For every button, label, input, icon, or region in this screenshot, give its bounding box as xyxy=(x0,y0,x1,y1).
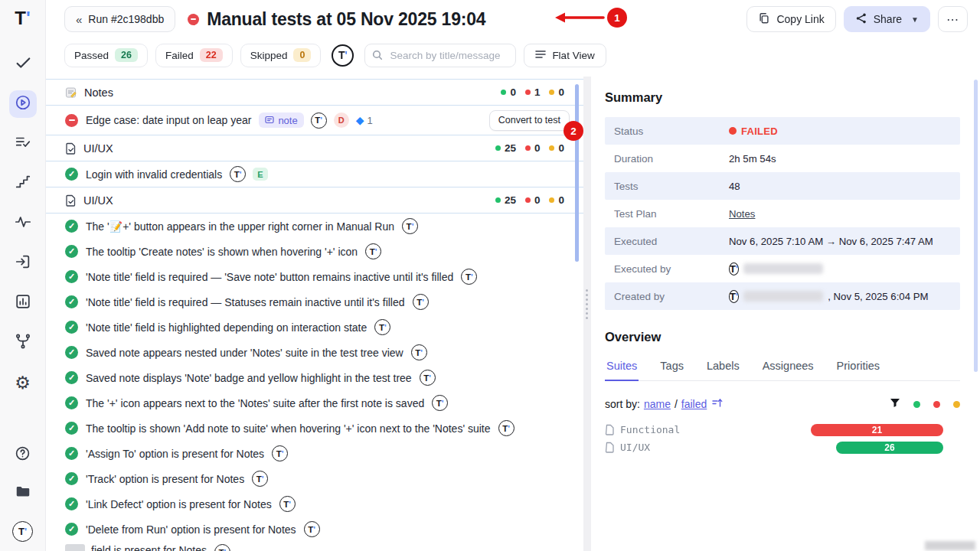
panel-resize-divider[interactable] xyxy=(583,77,591,551)
sidebar-item-settings[interactable]: ⚙ xyxy=(9,369,37,396)
test-title: 'Link Defect' option is present for Note… xyxy=(86,498,272,510)
run-summary-panel: Summary StatusFAILEDDuration2h 5m 54sTes… xyxy=(591,77,980,551)
share-button[interactable]: Share ▼ xyxy=(844,6,930,32)
test-plan-link[interactable]: Notes xyxy=(729,208,755,220)
app-logo[interactable]: T' xyxy=(15,8,30,34)
sidebar-item-projects[interactable] xyxy=(9,479,37,507)
copy-link-button[interactable]: Copy Link xyxy=(746,6,835,32)
suite-bar-row[interactable]: Functional21 xyxy=(605,421,960,439)
test-row[interactable]: ✓The '📝+' button appears in the upper ri… xyxy=(46,214,583,239)
filter-chip-failed[interactable]: Failed22 xyxy=(155,44,233,67)
test-row[interactable]: ✓'Note title' field is required — Status… xyxy=(46,289,583,315)
user-avatar: T' xyxy=(311,112,327,129)
search-input[interactable] xyxy=(364,44,516,67)
folder-icon xyxy=(15,483,31,503)
tab-priorities[interactable]: Priorities xyxy=(835,357,881,380)
sidebar-item-pulse[interactable] xyxy=(9,210,37,237)
status-passed-icon: ✓ xyxy=(65,220,78,233)
suite-row[interactable]: UI/UX2500 xyxy=(46,135,583,161)
test-row[interactable]: ✓'Note title' field is highlighted depen… xyxy=(46,315,583,340)
suite-bar-row[interactable]: UI/UX26 xyxy=(605,439,960,456)
test-row[interactable]: Edge case: date input on leap yearnoteT'… xyxy=(46,106,583,135)
test-row[interactable]: ✓'Assign To' option is present for Notes… xyxy=(46,441,583,466)
document-icon xyxy=(605,442,615,453)
legend-dot-1[interactable] xyxy=(933,401,940,408)
annotation-arrow-1 xyxy=(553,8,606,31)
flat-view-button[interactable]: Flat View xyxy=(524,44,606,67)
filter-chip-passed[interactable]: Passed26 xyxy=(64,44,148,67)
memo-note-icon xyxy=(65,86,77,99)
sidebar-item-plans[interactable] xyxy=(9,130,37,158)
chevron-down-icon: ▼ xyxy=(911,15,919,24)
sidebar-item-import[interactable] xyxy=(9,249,37,277)
status-passed-icon: ✓ xyxy=(65,497,78,510)
defect-badge[interactable]: D xyxy=(334,112,349,128)
sidebar-user-avatar[interactable]: T' xyxy=(9,517,37,545)
sidebar-item-analytics[interactable] xyxy=(9,289,37,317)
suite-bar-label: UI/UX xyxy=(605,442,650,453)
back-to-run-button[interactable]: « Run #2c198dbb xyxy=(64,6,175,32)
summary-label: Status xyxy=(614,126,729,137)
test-row[interactable]: ✓'Note title' field is required — 'Save … xyxy=(46,264,583,289)
blurred-username xyxy=(743,291,823,302)
suite-row[interactable]: Notes010 xyxy=(46,79,583,106)
summary-row: ExecutedNov 6, 2025 7:10 AM → Nov 6, 202… xyxy=(605,227,960,255)
sort-by-failed-link[interactable]: failed xyxy=(681,398,707,410)
tab-labels[interactable]: Labels xyxy=(705,357,741,380)
test-title: Login with invalid credentials xyxy=(86,168,222,181)
filter-funnel-icon[interactable] xyxy=(890,398,900,410)
list-scrollbar[interactable] xyxy=(575,84,579,262)
filter-chip-skipped[interactable]: Skipped0 xyxy=(240,44,322,67)
summary-row: StatusFAILED xyxy=(605,117,960,145)
summary-label: Duration xyxy=(614,153,729,165)
test-row[interactable]: ✓'Delete from Run' option is present for… xyxy=(46,517,583,542)
copy-link-label: Copy Link xyxy=(776,13,824,25)
user-avatar: T' xyxy=(252,471,268,487)
jira-diamond-icon: ◆ xyxy=(356,114,364,126)
summary-label: Executed by xyxy=(614,263,729,275)
panel-scrollbar[interactable] xyxy=(974,80,978,372)
more-actions-button[interactable]: ⋯ xyxy=(938,6,968,32)
user-avatar: T' xyxy=(304,521,320,537)
status-passed-icon: ✓ xyxy=(65,371,78,384)
overview-heading: Overview xyxy=(605,330,960,344)
app-sidebar: T' ⚙ xyxy=(0,0,46,551)
suite-bar-label: Functional xyxy=(605,424,680,435)
annotation-badge-2: 2 xyxy=(564,121,583,141)
jira-link-badge[interactable]: ◆1 xyxy=(356,114,373,126)
suite-bars: Functional21UI/UX26 xyxy=(605,421,960,456)
assignee-filter-avatar[interactable]: T' xyxy=(332,44,354,67)
suite-counts: 2500 xyxy=(495,194,570,206)
tab-tags[interactable]: Tags xyxy=(658,357,685,380)
test-title: The '📝+' button appears in the upper rig… xyxy=(86,220,394,233)
test-row[interactable]: ✓Saved note appears nested under 'Notes'… xyxy=(46,340,583,365)
test-row[interactable]: ✓Login with invalid credentialsT'E xyxy=(46,161,583,187)
suite-bar-value: 21 xyxy=(811,424,943,436)
sort-by-name-link[interactable]: name xyxy=(644,398,671,410)
status-passed-icon: ✓ xyxy=(65,295,78,308)
test-row[interactable]: ✓'Track' option is present for NotesT' xyxy=(46,466,583,491)
sidebar-item-runs[interactable] xyxy=(9,90,37,118)
sidebar-item-help[interactable] xyxy=(9,441,37,468)
suite-bar-value: 26 xyxy=(836,442,943,454)
test-row[interactable]: ✓The tooltip 'Create notes' is shown whe… xyxy=(46,239,583,264)
test-row[interactable]: ✓'Link Defect' option is present for Not… xyxy=(46,491,583,517)
suite-counts: 010 xyxy=(501,86,570,98)
sidebar-item-tests[interactable] xyxy=(9,51,37,78)
suite-row[interactable]: UI/UX2500 xyxy=(46,187,583,214)
convert-to-test-button[interactable]: Convert to test xyxy=(489,110,570,131)
test-row[interactable]: ✓The '+' icon appears next to the 'Notes… xyxy=(46,390,583,416)
legend-dot-0[interactable] xyxy=(913,401,920,408)
tab-suites[interactable]: Suites xyxy=(605,357,639,381)
sidebar-item-branches[interactable] xyxy=(9,329,37,357)
sort-by-label: sort by: xyxy=(605,398,640,410)
test-row[interactable]: ✓The tooltip is shown 'Add note to suite… xyxy=(46,416,583,441)
hamburger-icon xyxy=(535,50,546,61)
test-row-partial[interactable]: field is present for NotesT' xyxy=(46,542,583,551)
tab-assignees[interactable]: Assignees xyxy=(761,357,815,380)
sidebar-item-steps[interactable] xyxy=(9,170,37,197)
legend-dot-2[interactable] xyxy=(953,401,960,408)
env-badge: E xyxy=(253,168,267,181)
test-row[interactable]: ✓Saved note displays 'Note' badge and ye… xyxy=(46,365,583,390)
test-list: Notes010Edge case: date input on leap ye… xyxy=(46,79,583,551)
